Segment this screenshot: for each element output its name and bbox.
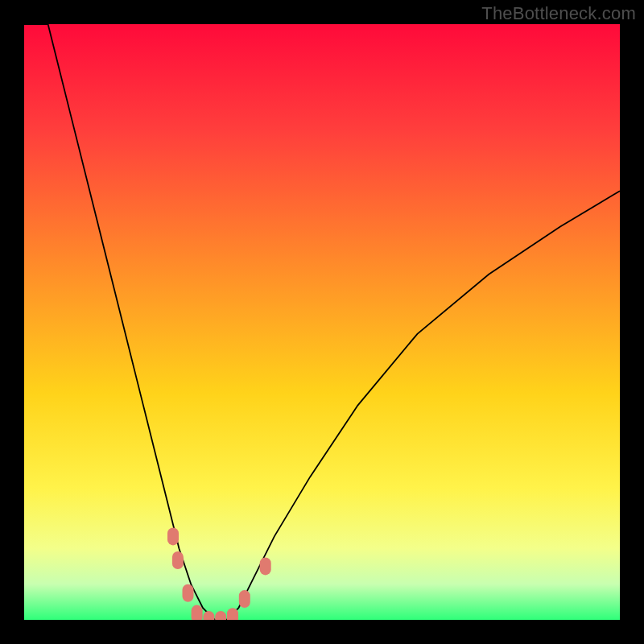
sweet-spot-marker <box>227 608 238 620</box>
chart-plot-area <box>24 24 620 620</box>
sweet-spot-marker <box>260 557 271 575</box>
sweet-spot-marker <box>239 590 250 608</box>
watermark-text: TheBottleneck.com <box>481 3 636 24</box>
sweet-spot-marker <box>167 527 179 545</box>
sweet-spot-marker <box>183 584 194 602</box>
sweet-spot-marker <box>172 551 184 569</box>
bottleneck-chart-svg <box>24 24 620 620</box>
chart-frame: TheBottleneck.com <box>0 0 644 644</box>
sweet-spot-marker <box>192 605 203 620</box>
gradient-background <box>24 24 620 620</box>
